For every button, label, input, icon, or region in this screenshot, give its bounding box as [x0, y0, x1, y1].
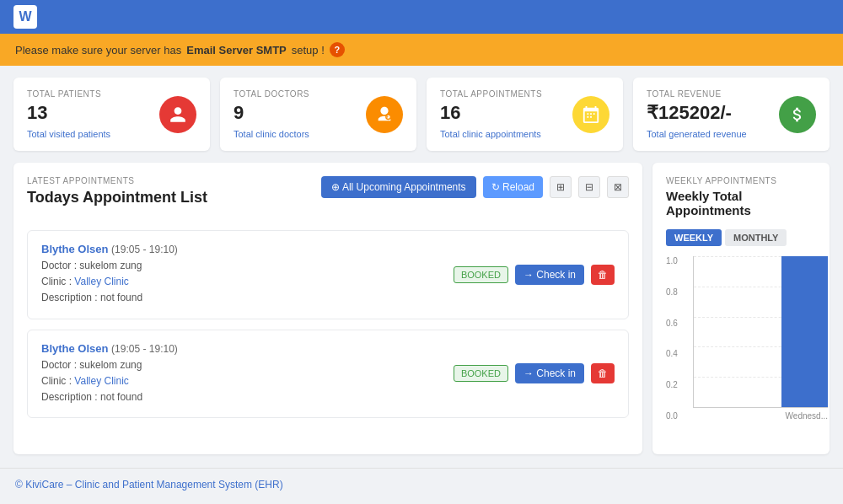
- chart-area: [693, 256, 828, 408]
- svg-text:+: +: [386, 115, 389, 119]
- doctors-icon: +: [366, 96, 403, 133]
- stat-label-patients: TOTAL PATIENTS: [27, 89, 110, 99]
- main-content: LATEST APPOINTMENTS Todays Appointment L…: [0, 163, 843, 468]
- tab-row: WEEKLY MONTHLY: [666, 229, 816, 246]
- chart-container: 1.0 0.8 0.6 0.4 0.2 0.0 Wednesd...: [693, 256, 816, 421]
- appointment-card-2: Blythe Olsen (19:05 - 19:10) Doctor : su…: [27, 330, 629, 419]
- chart-yaxis: 1.0 0.8 0.6 0.4 0.2 0.0: [666, 256, 678, 421]
- appt-desc-2: not found: [100, 391, 142, 403]
- appt-clinic-2: Valley Clinic: [74, 375, 128, 387]
- checkin-button-1[interactable]: → Check in: [515, 265, 584, 285]
- chart-bar-wednesday: [781, 256, 828, 407]
- stat-label-revenue: TOTAL REVENUE: [647, 89, 747, 99]
- stat-value-doctors: 9: [234, 102, 309, 124]
- stat-info-revenue: TOTAL REVENUE ₹125202/- Total generated …: [647, 89, 747, 139]
- delete-button-2[interactable]: 🗑: [591, 363, 615, 383]
- stat-card-doctors: TOTAL DOCTORS 9 Total clinic doctors +: [220, 78, 416, 151]
- stat-card-patients: TOTAL PATIENTS 13 Total visited patients: [13, 78, 210, 151]
- panel-title-weekly: Weekly Total Appointments: [666, 189, 816, 217]
- stat-value-revenue: ₹125202/-: [647, 102, 747, 124]
- right-panel: WEEKLY APPOINTMENTS Weekly Total Appoint…: [652, 163, 830, 454]
- export2-button[interactable]: ⊟: [578, 176, 600, 198]
- yaxis-0.6: 0.6: [666, 319, 678, 328]
- chart-xlabel-wednesday: Wednesd...: [693, 411, 828, 421]
- help-icon[interactable]: ?: [330, 42, 345, 57]
- stat-label-appointments: TOTAL APPOINTMENTS: [440, 89, 542, 99]
- delete-button-1[interactable]: 🗑: [591, 265, 615, 285]
- appt-doctor-1: sukelom zung: [79, 260, 142, 271]
- export3-button[interactable]: ⊠: [607, 176, 629, 198]
- panel-header-left: LATEST APPOINTMENTS Todays Appointment L…: [27, 176, 207, 218]
- appointment-card-1: Blythe Olsen (19:05 - 19:10) Doctor : su…: [27, 230, 629, 319]
- appt-doctor-2: sukelom zung: [79, 359, 142, 371]
- appt-clinic-1: Valley Clinic: [74, 276, 128, 287]
- stat-info-patients: TOTAL PATIENTS 13 Total visited patients: [27, 89, 110, 139]
- appt-desc-1: not found: [100, 292, 142, 303]
- footer: © KiviCare – Clinic and Patient Manageme…: [0, 468, 843, 501]
- appt-info-1: Blythe Olsen (19:05 - 19:10) Doctor : su…: [41, 243, 178, 307]
- alert-text-pre: Please make sure your server has: [15, 44, 181, 56]
- top-header: W: [0, 0, 843, 34]
- stat-sub-appointments: Total clinic appointments: [440, 129, 542, 139]
- appt-name-2: Blythe Olsen (19:05 - 19:10): [41, 342, 178, 355]
- appt-name-1: Blythe Olsen (19:05 - 19:10): [41, 243, 178, 255]
- revenue-icon: [779, 96, 816, 133]
- alert-text-post: setup !: [292, 44, 325, 56]
- tab-weekly[interactable]: WEEKLY: [666, 229, 722, 246]
- alert-banner: Please make sure your server has Email S…: [0, 34, 843, 66]
- appt-detail-1: Doctor : sukelom zung Clinic : Valley Cl…: [41, 258, 178, 307]
- stat-card-revenue: TOTAL REVENUE ₹125202/- Total generated …: [633, 78, 830, 151]
- status-badge-2: BOOKED: [454, 365, 508, 382]
- stat-sub-doctors: Total clinic doctors: [234, 129, 309, 139]
- yaxis-1.0: 1.0: [666, 256, 678, 265]
- alert-text-bold: Email Server SMTP: [186, 44, 287, 56]
- yaxis-0.4: 0.4: [666, 349, 678, 358]
- stat-sub-revenue: Total generated revenue: [647, 129, 747, 139]
- panel-title-appointments: Todays Appointment List: [27, 189, 207, 206]
- stat-label-doctors: TOTAL DOCTORS: [234, 89, 309, 99]
- appt-actions-2: BOOKED → Check in 🗑: [454, 363, 615, 383]
- patients-icon: [159, 96, 196, 133]
- yaxis-0.0: 0.0: [666, 411, 678, 421]
- stat-sub-patients: Total visited patients: [27, 129, 110, 139]
- appt-time-1: (19:05 - 19:10): [111, 244, 178, 255]
- all-upcoming-button[interactable]: ⊕ All Upcoming Appointments: [321, 176, 475, 198]
- section-label-weekly: WEEKLY APPOINTMENTS: [666, 176, 816, 185]
- export1-button[interactable]: ⊞: [550, 176, 572, 198]
- appt-detail-2: Doctor : sukelom zung Clinic : Valley Cl…: [41, 357, 178, 406]
- panel-header-row: LATEST APPOINTMENTS Todays Appointment L…: [27, 176, 629, 218]
- wordpress-logo[interactable]: W: [13, 5, 37, 29]
- left-panel: LATEST APPOINTMENTS Todays Appointment L…: [13, 163, 642, 454]
- reload-button[interactable]: ↻ Reload: [483, 176, 543, 198]
- checkin-button-2[interactable]: → Check in: [515, 363, 584, 383]
- stat-info-doctors: TOTAL DOCTORS 9 Total clinic doctors: [234, 89, 309, 139]
- tab-monthly[interactable]: MONTHLY: [725, 229, 787, 246]
- stat-info-appointments: TOTAL APPOINTMENTS 16 Total clinic appoi…: [440, 89, 542, 139]
- status-badge-1: BOOKED: [454, 266, 508, 283]
- appt-info-2: Blythe Olsen (19:05 - 19:10) Doctor : su…: [41, 342, 178, 406]
- appt-actions-1: BOOKED → Check in 🗑: [454, 265, 615, 285]
- footer-text: © KiviCare – Clinic and Patient Manageme…: [15, 479, 283, 491]
- yaxis-0.8: 0.8: [666, 287, 678, 297]
- stat-value-patients: 13: [27, 102, 110, 124]
- stat-value-appointments: 16: [440, 102, 542, 124]
- section-label-appointments: LATEST APPOINTMENTS: [27, 176, 207, 185]
- yaxis-0.2: 0.2: [666, 380, 678, 389]
- panel-toolbar: ⊕ All Upcoming Appointments ↻ Reload ⊞ ⊟…: [321, 176, 629, 198]
- appointments-icon: [572, 96, 609, 133]
- stats-row: TOTAL PATIENTS 13 Total visited patients…: [0, 66, 843, 163]
- stat-card-appointments: TOTAL APPOINTMENTS 16 Total clinic appoi…: [427, 78, 623, 151]
- appt-time-2: (19:05 - 19:10): [111, 343, 178, 355]
